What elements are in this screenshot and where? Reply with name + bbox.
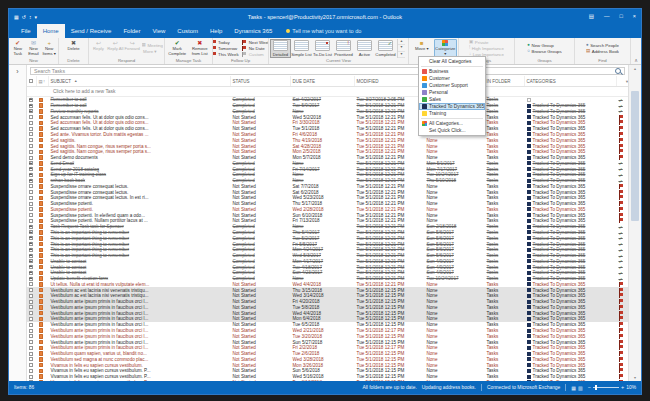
task-checkbox[interactable] (29, 127, 33, 131)
task-checkbox[interactable]: ✓ (29, 236, 33, 240)
follow-up-flag-icon[interactable] (619, 328, 625, 333)
task-checkbox[interactable] (29, 190, 33, 194)
task-checkbox[interactable]: ✓ (29, 242, 33, 246)
task-checkbox[interactable]: ✓ (29, 230, 33, 234)
follow-up-flag-icon[interactable] (619, 282, 625, 287)
task-checkbox[interactable] (29, 311, 33, 315)
follow-up-flag-icon[interactable] (619, 351, 625, 356)
task-checkbox[interactable] (29, 363, 33, 367)
menu-item-customer[interactable]: Customer (419, 75, 485, 82)
task-checkbox[interactable]: ✓ (29, 277, 33, 281)
task-checkbox[interactable] (29, 156, 33, 160)
follow-up-flag-icon[interactable] (619, 115, 625, 120)
menu-item-personal[interactable]: Personal (419, 89, 485, 96)
follow-up-flag-icon[interactable] (619, 305, 625, 310)
follow-up-flag-icon[interactable] (619, 334, 625, 339)
task-checkbox[interactable] (29, 323, 33, 327)
header-checkbox[interactable] (27, 76, 37, 86)
add-new-task-row[interactable]: Click here to add a new Task (27, 87, 628, 97)
button-delete[interactable]: ✖Delete (60, 39, 87, 58)
follow-up-flag-icon[interactable] (619, 374, 625, 379)
button-new-task[interactable]: ✔New Task (10, 39, 26, 58)
menu-item-business[interactable]: Business (419, 68, 485, 75)
task-checkbox[interactable] (29, 115, 33, 119)
menu-item-tracked-to-dynamics-365[interactable]: Tracked To Dynamics 365 (419, 103, 485, 110)
task-checkbox[interactable] (29, 144, 33, 148)
follow-up-flag-icon[interactable] (619, 311, 625, 316)
task-checkbox[interactable]: ✓ (29, 167, 33, 171)
task-checkbox[interactable] (29, 357, 33, 361)
zoom-track[interactable] (593, 387, 619, 388)
tab-dynamics-365[interactable]: Dynamics 365 (228, 24, 278, 38)
menu-item-training[interactable]: Training (419, 110, 485, 117)
task-checkbox[interactable]: ✓ (29, 173, 33, 177)
task-checkbox[interactable] (29, 294, 33, 298)
tab-home[interactable]: Home (37, 24, 65, 38)
task-checkbox[interactable] (29, 138, 33, 142)
search-input[interactable]: Search Tasks (30, 67, 625, 75)
follow-up-flag-icon[interactable] (619, 218, 625, 223)
task-checkbox[interactable] (29, 317, 33, 321)
header-categories[interactable]: CATEGORIES (525, 76, 617, 86)
normal-view-icon[interactable]: ▦ (571, 385, 576, 391)
follow-up-flag-icon[interactable] (619, 368, 625, 373)
follow-up-flag-icon[interactable] (619, 144, 625, 149)
task-checkbox[interactable]: ✓ (29, 259, 33, 263)
maximize-icon[interactable]: □ (614, 9, 627, 24)
task-checkbox[interactable] (29, 282, 33, 286)
task-checkbox[interactable] (29, 207, 33, 211)
follow-up-flag-icon[interactable] (619, 138, 625, 143)
task-checkbox[interactable] (29, 334, 33, 338)
button-new-email[interactable]: ✉New Email (26, 39, 42, 58)
tab-folder[interactable]: Folder (117, 24, 146, 38)
ribbon-button-custom[interactable]: Custom (242, 52, 269, 58)
header-in-folder[interactable]: IN FOLDER (485, 76, 525, 86)
view-active[interactable]: Active (354, 39, 375, 58)
follow-up-flag-icon[interactable] (619, 207, 625, 212)
button-forward[interactable]: ↪Forward (124, 39, 141, 58)
follow-up-flag-icon[interactable] (619, 288, 625, 293)
task-checkbox[interactable] (29, 219, 33, 223)
button-reply-all[interactable]: ↩Reply All (107, 39, 124, 58)
send-receive-icon[interactable]: ↕ (29, 14, 32, 20)
button-new-items[interactable]: +New Items ▾ (41, 39, 57, 58)
header-icon-cols[interactable]: ▤! (37, 76, 49, 86)
minimize-icon[interactable]: — (599, 9, 615, 24)
task-checkbox[interactable]: ✓ (29, 179, 33, 183)
undo-icon[interactable]: ↺ (22, 14, 26, 20)
task-checkbox[interactable] (29, 196, 33, 200)
header-subject[interactable]: SUBJECT▲ (49, 76, 231, 86)
task-checkbox[interactable]: ✓ (29, 104, 33, 108)
follow-up-flag-icon[interactable] (619, 126, 625, 131)
follow-up-flag-icon[interactable] (619, 340, 625, 345)
zoom-in-icon[interactable]: + (621, 385, 624, 391)
task-checkbox[interactable] (29, 184, 33, 188)
follow-up-flag-icon[interactable] (619, 190, 625, 195)
follow-up-flag-icon[interactable] (619, 380, 625, 381)
task-checkbox[interactable] (29, 150, 33, 154)
follow-up-flag-icon[interactable] (619, 195, 625, 200)
view-completed[interactable]: Completed (375, 39, 396, 58)
ribbon-button-browse-groups[interactable]: ○Browse Groups (527, 49, 561, 55)
follow-up-flag-icon[interactable] (619, 149, 625, 154)
folder-pane-collapsed[interactable]: › (9, 65, 27, 381)
header-status[interactable]: STATUS (231, 76, 291, 86)
follow-up-flag-icon[interactable] (619, 155, 625, 160)
view-to-do-list[interactable]: To-Do List (312, 39, 333, 58)
task-checkbox[interactable] (29, 352, 33, 356)
follow-up-flag-icon[interactable] (619, 299, 625, 304)
task-checkbox[interactable]: ✓ (29, 254, 33, 258)
menu-item-customer-support[interactable]: Customer Support (419, 82, 485, 89)
scroll-up-icon[interactable]: ▴ (629, 66, 641, 71)
button-reply[interactable]: ↩Reply (90, 39, 107, 58)
collapse-ribbon-icon[interactable]: ∧ (634, 57, 638, 63)
header-modified[interactable]: MODIFIED (355, 76, 425, 86)
button-remove-from-list[interactable]: ✖Remove from List (189, 39, 212, 58)
menu-item-sales[interactable]: Sales (419, 96, 485, 103)
task-checkbox[interactable] (29, 121, 33, 125)
menu-item-all-categories[interactable]: All Categories... (419, 120, 485, 127)
task-checkbox[interactable]: ✓ (29, 161, 33, 165)
follow-up-flag-icon[interactable] (619, 213, 625, 218)
task-checkbox[interactable]: ✓ (29, 248, 33, 252)
vertical-scrollbar[interactable]: ▴ ▾ (628, 65, 641, 381)
